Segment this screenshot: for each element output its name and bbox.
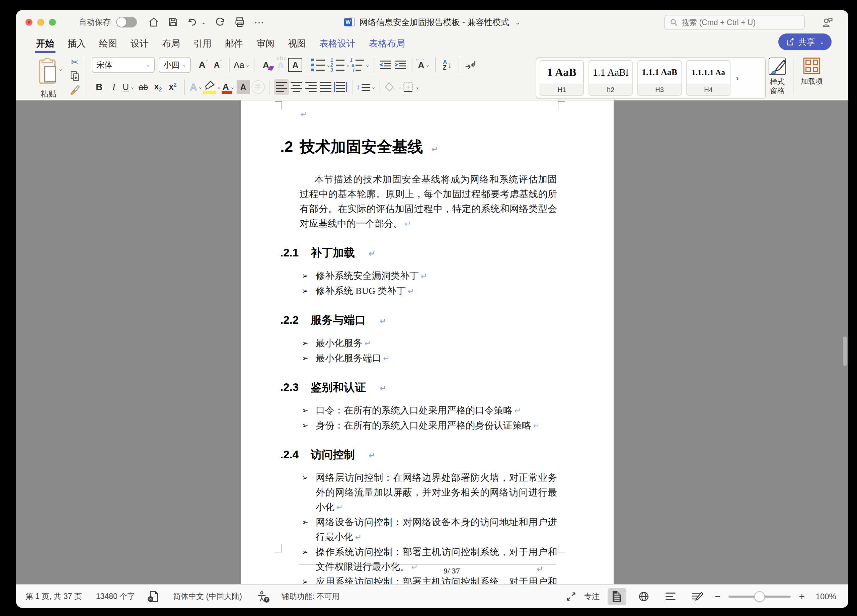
ribbon-tab-9[interactable]: 视图	[287, 36, 307, 51]
asian-layout-button[interactable]: A←→⌄	[416, 57, 431, 73]
superscript-button[interactable]: x2	[166, 79, 180, 95]
bold-button[interactable]: B	[92, 79, 107, 95]
font-color-button[interactable]: A⌄	[221, 79, 236, 95]
change-case-button[interactable]: Aa⌄	[234, 57, 250, 73]
shading-bucket-button[interactable]: ⌄	[384, 79, 402, 95]
vertical-scrollbar-thumb[interactable]	[843, 336, 847, 366]
ribbon-tab-6[interactable]: 引用	[193, 36, 212, 51]
clear-formatting-button[interactable]: A	[258, 57, 273, 73]
close-button[interactable]	[25, 19, 32, 26]
zoom-level[interactable]: 100%	[813, 592, 836, 601]
ribbon-tab-4[interactable]: 设计	[130, 36, 149, 51]
increase-indent-button[interactable]	[393, 57, 408, 73]
paste-dropdown-chevron[interactable]: ⌄	[58, 66, 63, 72]
style-card-H3[interactable]: 1.1.1 AaBH3	[637, 60, 682, 96]
ribbon-tab-2[interactable]: 插入	[67, 36, 87, 51]
style-card-h2[interactable]: 1.1 AaBlh2	[588, 60, 633, 96]
distribute-button[interactable]	[333, 79, 348, 95]
paste-label[interactable]: 粘贴	[37, 88, 60, 99]
numbered-list-button[interactable]: 123⌄	[330, 57, 350, 73]
justify-button[interactable]	[319, 79, 333, 95]
accessibility-status[interactable]: 辅助功能: 不可用	[282, 591, 340, 602]
bullet-marker: ➢	[302, 403, 308, 418]
font-name-value: 宋体	[96, 60, 113, 70]
borders-button[interactable]: ⌄	[402, 79, 420, 95]
strikethrough-button[interactable]: ab	[136, 79, 151, 95]
print-layout-view-button[interactable]	[608, 588, 627, 605]
format-painter-icon[interactable]	[69, 84, 80, 95]
language-status[interactable]: 简体中文 (中国大陆)	[173, 591, 242, 602]
outline-view-button[interactable]	[661, 588, 680, 605]
decrease-indent-button[interactable]	[378, 57, 393, 73]
zoom-out-button[interactable]: −	[715, 591, 721, 602]
spellcheck-icon[interactable]: ✕	[149, 591, 159, 603]
word-count[interactable]: 13480 个字	[96, 591, 135, 602]
text-effects-button[interactable]: A⌄	[189, 79, 204, 95]
copy-icon[interactable]	[70, 71, 80, 81]
font-name-combo[interactable]: 宋体⌄	[92, 57, 155, 73]
character-shading-button[interactable]: A	[236, 79, 251, 95]
addins-button[interactable]: 加载项	[801, 57, 823, 86]
gallery-more-chevron[interactable]: ›	[736, 73, 739, 84]
accessibility-icon[interactable]: ?	[256, 591, 268, 603]
sort-button[interactable]: AZ↓	[440, 57, 455, 73]
align-center-button[interactable]	[289, 79, 304, 95]
ribbon-tab-11[interactable]: 表格布局	[368, 36, 406, 51]
style-card-H4[interactable]: 1.1.1.1 AaH4	[686, 60, 730, 96]
undo-icon[interactable]	[187, 17, 198, 28]
more-commands-icon[interactable]: ⋯	[254, 16, 265, 28]
title-dropdown-chevron[interactable]: ⌄	[515, 19, 520, 26]
ribbon-tab-5[interactable]: 布局	[161, 36, 181, 51]
shrink-font-button[interactable]: Aˇ	[210, 57, 225, 73]
zoom-slider[interactable]	[729, 596, 791, 597]
style-card-H1[interactable]: 1 AaBH1	[540, 60, 584, 96]
cut-icon[interactable]: ✂	[70, 56, 79, 68]
share-button[interactable]: 共享 ⌄	[778, 34, 832, 50]
page-content[interactable]: ↵ .2 技术加固安全基线 ↵ 本节描述的技术加固安全基线将成为网络和系统评估加…	[241, 110, 614, 594]
phonetic-guide-button[interactable]: abcA	[273, 57, 288, 73]
search-input[interactable]	[682, 18, 800, 27]
autosave-toggle[interactable]	[116, 17, 137, 28]
show-marks-button[interactable]	[463, 57, 478, 73]
draft-view-button[interactable]	[688, 588, 707, 605]
presence-icon[interactable]	[821, 16, 834, 30]
focus-expand-icon[interactable]	[566, 591, 576, 602]
bullet-list-button[interactable]: ⌄	[311, 57, 330, 73]
line-spacing-button[interactable]: ↕⌄	[357, 79, 376, 95]
ribbon-tab-10[interactable]: 表格设计	[319, 36, 356, 51]
save-icon[interactable]	[168, 17, 178, 28]
grow-font-button[interactable]: Aˆ	[195, 57, 210, 73]
home-icon[interactable]	[148, 17, 159, 28]
align-right-button[interactable]	[304, 79, 319, 95]
paragraph-mark: ↵	[421, 271, 427, 281]
underline-button[interactable]: U⌄	[121, 79, 136, 95]
ribbon-tab-3[interactable]: 绘图	[98, 36, 118, 51]
zoom-button[interactable]	[49, 19, 56, 26]
minimize-button[interactable]	[37, 19, 44, 26]
zoom-slider-knob[interactable]	[754, 591, 765, 602]
font-size-combo[interactable]: 小四⌄	[159, 57, 191, 73]
undo-dropdown-chevron[interactable]: ⌄	[201, 19, 206, 26]
ribbon-tab-8[interactable]: 审阅	[256, 36, 275, 51]
redo-icon[interactable]	[215, 17, 225, 28]
enclose-characters-button[interactable]: 字	[251, 79, 266, 95]
web-layout-view-button[interactable]	[634, 588, 653, 605]
document-page[interactable]: ↵ .2 技术加固安全基线 ↵ 本节描述的技术加固安全基线将成为网络和系统评估加…	[241, 101, 614, 584]
align-left-button[interactable]	[274, 79, 289, 95]
style-pane-button[interactable]: 样式窗格	[769, 57, 786, 95]
multilevel-list-button[interactable]: 1ai⌄	[350, 57, 370, 73]
character-border-button[interactable]: A	[288, 57, 303, 73]
ribbon-tab-7[interactable]: 邮件	[224, 36, 244, 51]
highlight-button[interactable]: ⌄	[204, 79, 221, 95]
paste-icon[interactable]	[38, 57, 57, 86]
page-info[interactable]: 第 1 页, 共 37 页	[25, 591, 82, 602]
italic-button[interactable]: I	[107, 79, 121, 95]
ribbon-tab-1[interactable]: 开始	[36, 36, 55, 51]
document-canvas[interactable]: ↵ .2 技术加固安全基线 ↵ 本节描述的技术加固安全基线将成为网络和系统评估加…	[16, 101, 848, 584]
focus-label[interactable]: 专注	[584, 591, 600, 602]
print-icon[interactable]	[234, 16, 245, 28]
zoom-in-button[interactable]: +	[799, 591, 805, 602]
bullet-text: 最小化服务端口	[316, 353, 381, 363]
search-box[interactable]	[664, 15, 805, 30]
subscript-button[interactable]: x2	[151, 79, 166, 95]
